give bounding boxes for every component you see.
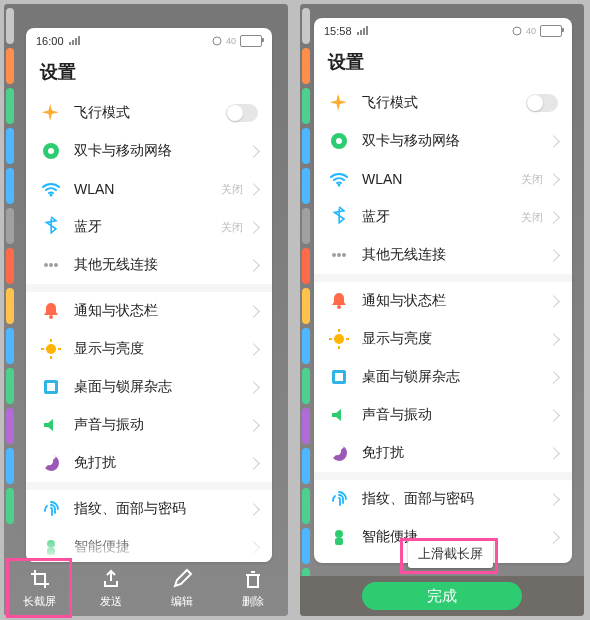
done-button[interactable]: 完成 [362, 582, 522, 610]
bt-icon [40, 216, 62, 238]
settings-row-dnd[interactable]: 免打扰 [26, 444, 272, 482]
crop-icon [29, 568, 51, 590]
settings-row-home[interactable]: 桌面与锁屏杂志 [26, 368, 272, 406]
settings-row-bell[interactable]: 通知与状态栏 [314, 282, 572, 320]
battery-icon [240, 35, 262, 47]
chevron-right-icon [547, 333, 560, 346]
toggle[interactable] [526, 94, 558, 112]
row-label: 指纹、面部与密码 [74, 500, 249, 518]
airplane-icon [40, 102, 62, 124]
settings-row-dnd[interactable]: 免打扰 [314, 434, 572, 472]
row-label: 免打扰 [74, 454, 249, 472]
svg-point-15 [47, 540, 55, 548]
settings-row-home[interactable]: 桌面与锁屏杂志 [314, 358, 572, 396]
chevron-right-icon [247, 457, 260, 470]
settings-row-display[interactable]: 显示与亮度 [26, 330, 272, 368]
bottom-bar: 完成 [300, 576, 584, 616]
chevron-right-icon [247, 221, 260, 234]
row-value: 关闭 [221, 182, 243, 197]
signal-icon [68, 36, 82, 46]
chevron-right-icon [247, 259, 260, 272]
swipe-hint: 上滑截长屏 [408, 540, 493, 568]
chevron-right-icon [547, 493, 560, 506]
svg-point-24 [337, 253, 341, 257]
settings-row-more[interactable]: 其他无线连接 [26, 246, 272, 284]
home-icon [40, 376, 62, 398]
svg-point-2 [48, 148, 54, 154]
settings-row-airplane[interactable]: 飞行模式 [26, 94, 272, 132]
chevron-right-icon [547, 173, 560, 186]
svg-point-22 [338, 184, 341, 187]
share-icon [100, 568, 122, 590]
settings-row-finger[interactable]: 指纹、面部与密码 [314, 480, 572, 518]
settings-row-airplane[interactable]: 飞行模式 [314, 84, 572, 122]
settings-row-bt[interactable]: 蓝牙关闭 [26, 208, 272, 246]
svg-point-19 [513, 27, 521, 35]
sync-icon [212, 36, 222, 46]
chevron-right-icon [547, 135, 560, 148]
row-value: 关闭 [521, 172, 543, 187]
delete-icon [242, 568, 264, 590]
chevron-right-icon [247, 305, 260, 318]
row-label: 智能便捷 [74, 538, 249, 556]
settings-row-sim[interactable]: 双卡与移动网络 [314, 122, 572, 160]
toggle[interactable] [226, 104, 258, 122]
signal-icon [356, 26, 370, 36]
settings-row-smart[interactable]: 智能便捷 [26, 528, 272, 562]
settings-row-bell[interactable]: 通知与状态栏 [26, 292, 272, 330]
bell-icon [328, 290, 350, 312]
row-label: 显示与亮度 [74, 340, 249, 358]
home-icon [328, 366, 350, 388]
chevron-right-icon [247, 183, 260, 196]
svg-point-3 [50, 194, 53, 197]
settings-row-sound[interactable]: 声音与振动 [314, 396, 572, 434]
svg-point-26 [337, 305, 341, 309]
settings-row-bt[interactable]: 蓝牙关闭 [314, 198, 572, 236]
battery-text: 40 [526, 26, 536, 36]
display-icon [40, 338, 62, 360]
row-label: 其他无线连接 [74, 256, 249, 274]
svg-point-25 [342, 253, 346, 257]
svg-point-23 [332, 253, 336, 257]
row-label: 通知与状态栏 [362, 292, 549, 310]
chevron-right-icon [547, 249, 560, 262]
wifi-icon [40, 178, 62, 200]
sound-icon [328, 404, 350, 426]
svg-point-0 [213, 37, 221, 45]
finger-icon [328, 488, 350, 510]
settings-row-wifi[interactable]: WLAN关闭 [26, 170, 272, 208]
row-label: 通知与状态栏 [74, 302, 249, 320]
sound-icon [40, 414, 62, 436]
chevron-right-icon [247, 419, 260, 432]
chevron-right-icon [247, 541, 260, 554]
svg-point-21 [336, 138, 342, 144]
row-label: 蓝牙 [74, 218, 221, 236]
toolbar-edit[interactable]: 编辑 [154, 568, 210, 609]
chevron-right-icon [247, 381, 260, 394]
row-label: 桌面与锁屏杂志 [362, 368, 549, 386]
toolbar-delete[interactable]: 删除 [225, 568, 281, 609]
svg-point-6 [54, 263, 58, 267]
row-label: 双卡与移动网络 [74, 142, 249, 160]
status-time: 15:58 [324, 25, 352, 37]
page-title: 设置 [314, 44, 572, 84]
status-bar: 15:58 40 [314, 18, 572, 44]
row-label: 指纹、面部与密码 [362, 490, 549, 508]
settings-row-sound[interactable]: 声音与振动 [26, 406, 272, 444]
settings-row-wifi[interactable]: WLAN关闭 [314, 160, 572, 198]
settings-row-sim[interactable]: 双卡与移动网络 [26, 132, 272, 170]
svg-point-5 [49, 263, 53, 267]
svg-point-7 [49, 315, 53, 319]
settings-row-display[interactable]: 显示与亮度 [314, 320, 572, 358]
row-label: 蓝牙 [362, 208, 521, 226]
toolbar-share[interactable]: 发送 [83, 568, 139, 609]
chevron-right-icon [547, 295, 560, 308]
chevron-right-icon [247, 343, 260, 356]
svg-rect-33 [335, 373, 343, 381]
settings-row-finger[interactable]: 指纹、面部与密码 [26, 490, 272, 528]
settings-list: 飞行模式双卡与移动网络WLAN关闭蓝牙关闭其他无线连接通知与状态栏显示与亮度桌面… [314, 84, 572, 563]
toolbar-label: 发送 [100, 594, 122, 609]
toolbar-crop[interactable]: 长截屏 [12, 568, 68, 609]
row-label: 双卡与移动网络 [362, 132, 549, 150]
settings-row-more[interactable]: 其他无线连接 [314, 236, 572, 274]
